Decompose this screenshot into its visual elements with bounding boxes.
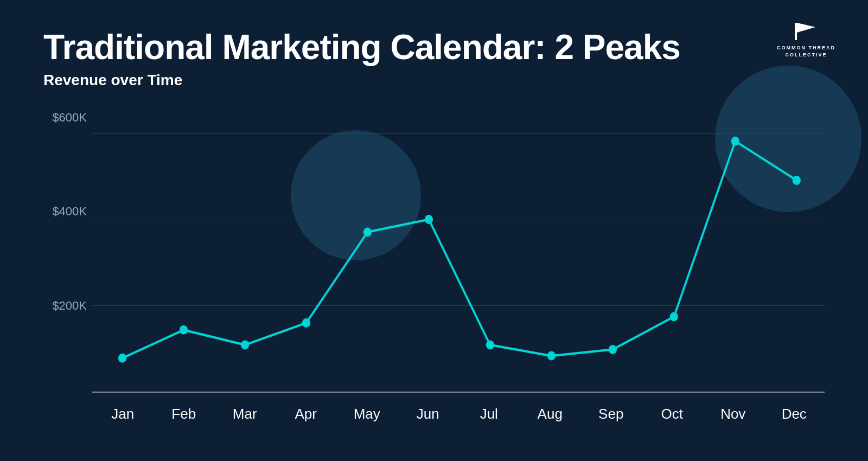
x-axis-labels: Jan Feb Mar Apr May Jun Jul Aug Sep Oct … <box>92 406 825 422</box>
y-label-200k: $200K <box>43 299 87 313</box>
dot-dec <box>793 176 801 185</box>
logo: COMMON THREAD COLLECTIVE <box>777 22 835 58</box>
x-label-mar: Mar <box>214 406 276 422</box>
dot-mar <box>241 340 249 349</box>
line-chart-svg <box>92 111 825 393</box>
x-label-jul: Jul <box>458 406 520 422</box>
chart-area: $600K $400K $200K <box>43 111 825 425</box>
main-container: COMMON THREAD COLLECTIVE Traditional Mar… <box>0 0 868 461</box>
x-label-dec: Dec <box>764 406 825 422</box>
dot-sep <box>609 345 617 354</box>
x-label-jan: Jan <box>92 406 154 422</box>
page-title: Traditional Marketing Calendar: 2 Peaks <box>43 27 825 67</box>
dot-nov <box>731 137 739 146</box>
x-label-feb: Feb <box>154 406 215 422</box>
chart-inner: Jan Feb Mar Apr May Jun Jul Aug Sep Oct … <box>92 111 825 393</box>
y-axis: $600K $400K $200K <box>43 111 87 425</box>
svg-rect-0 <box>795 23 797 40</box>
x-label-aug: Aug <box>520 406 581 422</box>
page-subtitle: Revenue over Time <box>43 72 825 89</box>
chart-line <box>123 141 797 358</box>
y-label-600k: $600K <box>43 111 87 125</box>
dot-may <box>363 227 372 236</box>
dot-jan <box>118 354 126 363</box>
x-label-may: May <box>336 406 398 422</box>
x-label-oct: Oct <box>642 406 703 422</box>
x-label-jun: Jun <box>398 406 459 422</box>
dot-jun <box>425 215 433 224</box>
x-label-sep: Sep <box>580 406 642 422</box>
logo-text: COMMON THREAD COLLECTIVE <box>777 44 835 58</box>
x-label-nov: Nov <box>703 406 764 422</box>
logo-flag-icon <box>793 22 820 41</box>
dot-apr <box>302 318 310 328</box>
x-label-apr: Apr <box>276 406 337 422</box>
svg-marker-1 <box>797 23 815 33</box>
dot-feb <box>180 325 188 335</box>
y-label-400k: $400K <box>43 204 87 219</box>
dot-jul <box>486 340 494 349</box>
dot-aug <box>547 351 556 361</box>
dot-oct <box>670 312 678 321</box>
